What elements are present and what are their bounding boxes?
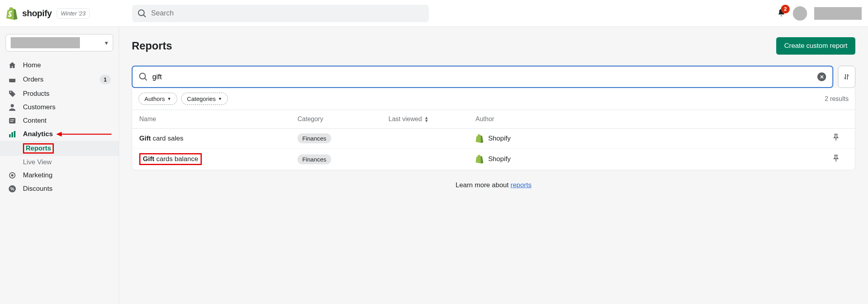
nav-label: Discounts (23, 185, 53, 193)
content-icon (8, 117, 17, 125)
clear-search-button[interactable]: ✕ (817, 72, 826, 81)
sidebar-item-home[interactable]: Home (0, 59, 119, 72)
col-name[interactable]: Name (139, 116, 298, 123)
sidebar-item-analytics[interactable]: Analytics (0, 127, 119, 141)
table-row[interactable]: Gift cards balanceFinancesShopify (132, 148, 855, 170)
marketing-icon (8, 171, 17, 179)
orders-badge: 1 (100, 75, 111, 84)
store-selector-value (11, 37, 80, 48)
search-icon (138, 9, 146, 18)
pin-cell[interactable] (832, 133, 848, 143)
main-content: Reports Create custom report ✕ Authors▼ … (119, 27, 868, 304)
annotation-highlight: Reports (23, 143, 54, 154)
nav-label: Analytics (23, 130, 53, 138)
global-search-input[interactable] (151, 9, 423, 17)
filter-row: Authors▼ Categories▼ 2 results (132, 88, 855, 110)
nav-label: Products (23, 90, 49, 98)
nav-label: Orders (23, 76, 44, 84)
shopify-logo-icon (6, 7, 17, 20)
svg-marker-10 (56, 132, 62, 137)
category-cell: Finances (298, 133, 389, 143)
reports-search-input[interactable] (152, 73, 813, 81)
create-custom-report-button[interactable]: Create custom report (776, 37, 855, 55)
svg-text:%: % (10, 186, 14, 191)
authors-filter-chip[interactable]: Authors▼ (138, 93, 177, 105)
nav-label: Content (23, 117, 47, 125)
sidebar-item-discounts[interactable]: % Discounts (0, 182, 119, 196)
sub-label: Reports (26, 144, 51, 152)
category-cell: Finances (298, 154, 389, 164)
sidebar-item-content[interactable]: Content (0, 114, 119, 127)
sidebar-subitem-live-view[interactable]: Live View (0, 156, 119, 169)
chip-label: Authors (144, 95, 165, 102)
pin-icon[interactable] (832, 154, 840, 162)
search-icon (139, 72, 148, 81)
sidebar-item-marketing[interactable]: Marketing (0, 169, 119, 182)
notification-count-badge: 2 (781, 5, 790, 13)
sub-label: Live View (23, 158, 51, 166)
nav-label: Marketing (23, 171, 53, 179)
col-last-viewed[interactable]: Last viewed▲▼ (389, 116, 476, 123)
table-header: Name Category Last viewed▲▼ Author (132, 110, 855, 129)
pin-cell[interactable] (832, 154, 848, 164)
sidebar-subitem-reports[interactable]: Reports (0, 141, 119, 156)
svg-rect-1 (9, 78, 15, 79)
svg-rect-5 (10, 121, 13, 122)
store-name-placeholder[interactable] (814, 7, 862, 20)
svg-rect-4 (10, 120, 14, 120)
svg-point-2 (11, 104, 14, 107)
results-count: 2 results (825, 95, 849, 103)
author-cell: Shopify (476, 134, 832, 143)
author-cell: Shopify (476, 155, 832, 163)
shopify-icon (476, 155, 483, 163)
discount-icon: % (8, 185, 17, 193)
page-title: Reports (132, 40, 172, 52)
annotation-highlight: Gift cards balance (139, 153, 202, 165)
nav-label: Home (23, 61, 41, 69)
col-author[interactable]: Author (476, 116, 832, 123)
brand-text: shopify (22, 8, 52, 19)
shopify-icon (476, 134, 483, 143)
chevron-down-icon: ▾ (105, 39, 108, 47)
store-selector[interactable]: ▾ (6, 34, 113, 51)
svg-rect-8 (14, 131, 15, 137)
logo-group: shopify Winter '23 (6, 7, 125, 20)
reports-search[interactable]: ✕ (132, 66, 833, 88)
svg-point-12 (11, 174, 13, 177)
report-name-cell: Gift cards balance (139, 153, 298, 165)
learn-more-text: Learn more about reports (132, 181, 855, 189)
edition-badge[interactable]: Winter '23 (57, 8, 90, 19)
chip-label: Categories (187, 95, 216, 102)
categories-filter-chip[interactable]: Categories▼ (181, 93, 228, 105)
svg-rect-6 (9, 134, 11, 137)
global-search[interactable] (132, 5, 429, 22)
reports-card: Authors▼ Categories▼ 2 results Name Cate… (132, 88, 855, 170)
report-name-cell: Gift card sales (139, 135, 298, 142)
col-category[interactable]: Category (298, 116, 389, 123)
table-row[interactable]: Gift card salesFinancesShopify (132, 129, 855, 148)
pin-icon[interactable] (832, 133, 840, 141)
sidebar-item-customers[interactable]: Customers (0, 101, 119, 114)
top-bar: shopify Winter '23 2 (0, 0, 868, 27)
avatar[interactable] (793, 6, 807, 21)
sidebar-item-orders[interactable]: Orders 1 (0, 72, 119, 87)
sidebar-item-products[interactable]: Products (0, 87, 119, 101)
sort-icon (843, 73, 851, 81)
nav-label: Customers (23, 103, 55, 111)
svg-rect-7 (11, 132, 13, 137)
reports-help-link[interactable]: reports (511, 181, 532, 189)
notifications-button[interactable]: 2 (777, 8, 786, 19)
person-icon (8, 103, 17, 111)
chevron-down-icon: ▼ (218, 97, 222, 101)
annotation-arrow-icon (56, 131, 112, 137)
sidebar: ▾ Home Orders 1 Products Customers (0, 27, 119, 304)
sort-button[interactable] (838, 66, 855, 88)
home-icon (8, 61, 17, 69)
analytics-icon (8, 130, 17, 138)
tag-icon (8, 90, 17, 98)
chevron-down-icon: ▼ (167, 97, 171, 101)
svg-rect-3 (9, 118, 15, 124)
sort-arrows-icon: ▲▼ (425, 116, 429, 122)
orders-icon (8, 76, 17, 84)
